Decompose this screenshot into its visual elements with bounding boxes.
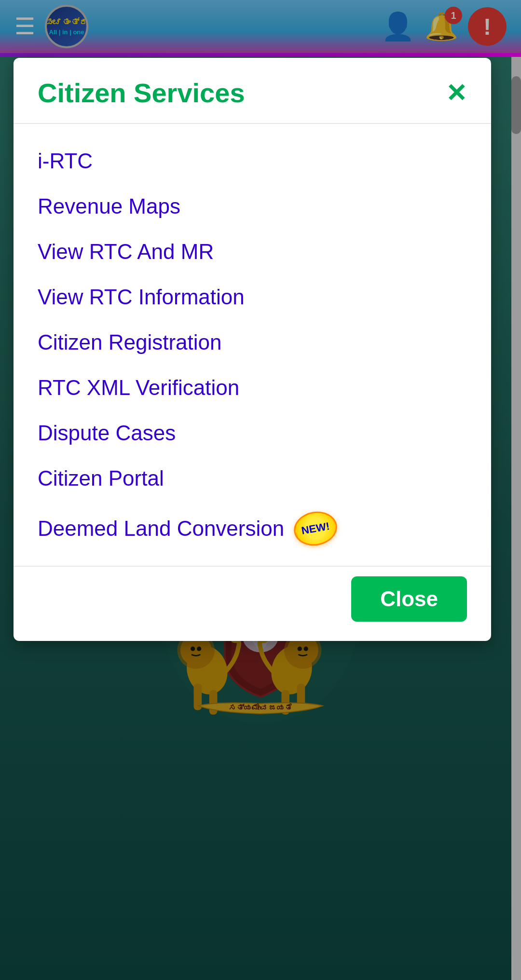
modal-header: Citizen Services ✕	[14, 58, 491, 124]
menu-item-citizen-registration[interactable]: Citizen Registration	[38, 320, 467, 365]
menu-item-view-rtc-mr[interactable]: View RTC And MR	[38, 229, 467, 274]
menu-item-revenue-maps[interactable]: Revenue Maps	[38, 184, 467, 229]
menu-item-citizen-portal[interactable]: Citizen Portal	[38, 456, 467, 501]
close-button[interactable]: Close	[351, 576, 467, 622]
modal-footer: Close	[14, 566, 491, 641]
citizen-services-modal: Citizen Services ✕ i-RTCRevenue MapsView…	[14, 58, 491, 641]
menu-item-view-rtc-info[interactable]: View RTC Information	[38, 274, 467, 320]
modal-title: Citizen Services	[38, 77, 245, 109]
menu-item-dispute-cases[interactable]: Dispute Cases	[38, 410, 467, 456]
modal-body: i-RTCRevenue MapsView RTC And MRView RTC…	[14, 124, 491, 566]
menu-item-deemed-land-conversion[interactable]: Deemed Land ConversionNEW!	[38, 501, 467, 556]
modal-close-x-button[interactable]: ✕	[446, 81, 467, 106]
menu-item-i-rtc[interactable]: i-RTC	[38, 138, 467, 184]
new-badge: NEW!	[291, 508, 340, 549]
menu-item-rtc-xml-verification[interactable]: RTC XML Verification	[38, 365, 467, 410]
